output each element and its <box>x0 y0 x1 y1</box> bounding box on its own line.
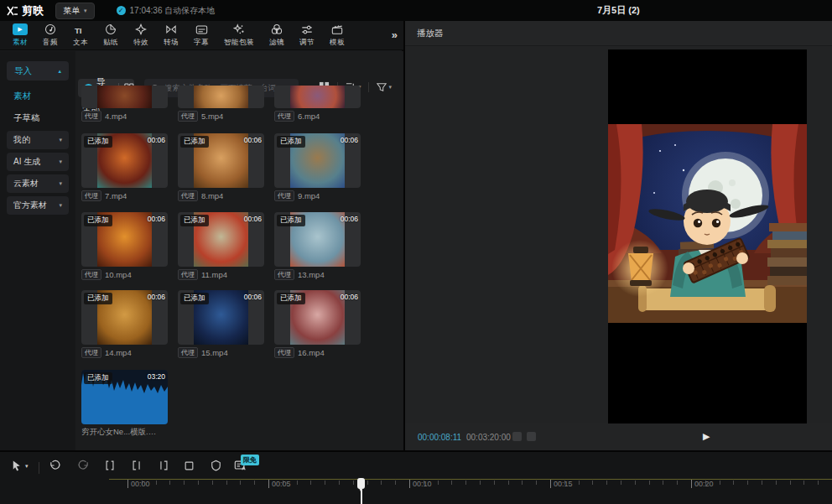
media-item[interactable]: 代理5.mp4 <box>178 86 264 122</box>
sidebar-group-AI 生成[interactable]: AI 生成▾ <box>7 153 69 171</box>
proxy-badge: 代理 <box>81 269 101 280</box>
undo-tool[interactable] <box>49 460 61 475</box>
file-name: 9.mp4 <box>298 191 320 200</box>
sidebar-item-素材[interactable]: 素材 <box>13 91 31 102</box>
sidebar-group-官方素材[interactable]: 官方素材▾ <box>7 196 69 215</box>
mask-tool[interactable] <box>211 460 221 475</box>
sliders-icon <box>301 23 313 36</box>
quality-icon[interactable] <box>512 432 522 441</box>
tab-滤镜[interactable]: 滤镜 <box>262 21 292 49</box>
duration-badge: 00:06 <box>148 293 165 301</box>
tab-文本[interactable]: TI文本 <box>65 21 96 49</box>
current-timecode: 00:00:08:11 <box>418 433 461 442</box>
media-item[interactable]: 已添加00:06代理9.mp4 <box>274 133 361 201</box>
ruler-major-tick <box>268 480 269 488</box>
tab-转场[interactable]: 转场 <box>156 21 186 49</box>
media-item[interactable]: 代理4.mp4 <box>81 86 168 122</box>
tab-贴纸[interactable]: 贴纸 <box>96 21 126 49</box>
tab-label: 字幕 <box>194 38 209 48</box>
media-item[interactable]: 已添加00:06代理7.mp4 <box>81 133 168 201</box>
split-right-tool[interactable] <box>158 460 169 475</box>
media-item[interactable]: 已添加00:06代理8.mp4 <box>178 133 264 201</box>
sidebar-item-子草稿[interactable]: 子草稿 <box>13 112 40 124</box>
ruler-major-tick <box>409 480 410 488</box>
filter-button[interactable]: ▾ <box>377 82 392 92</box>
video-thumbnail[interactable] <box>81 86 168 108</box>
play-button[interactable]: ▶ <box>703 431 710 442</box>
video-thumbnail[interactable]: 已添加00:06 <box>178 133 264 188</box>
video-thumbnail[interactable]: 已添加00:06 <box>274 133 361 188</box>
sparkle-icon <box>233 23 245 36</box>
tab-素材[interactable]: ▶素材 <box>5 21 35 49</box>
tab-特效[interactable]: 特效 <box>126 21 156 49</box>
select-tool[interactable] <box>10 460 23 475</box>
file-name: 4.mp4 <box>105 112 127 121</box>
video-thumbnail[interactable]: 已添加00:06 <box>178 290 264 345</box>
thumbnail-art <box>290 86 345 108</box>
media-item[interactable]: 已添加00:06代理14.mp4 <box>81 290 168 358</box>
video-thumbnail[interactable]: 已添加00:06 <box>81 290 168 345</box>
ribbon-expand-icon[interactable]: » <box>392 29 397 41</box>
file-name: 6.mp4 <box>298 112 320 121</box>
file-name: 14.mp4 <box>105 348 132 357</box>
ratio-icon[interactable] <box>527 432 536 441</box>
tab-label: 转场 <box>164 38 179 48</box>
video-preview[interactable] <box>608 49 807 423</box>
proxy-badge: 代理 <box>81 347 101 358</box>
video-thumbnail[interactable]: 已添加00:06 <box>81 133 168 188</box>
free-badge: 限免 <box>241 455 259 465</box>
video-thumbnail[interactable] <box>274 86 361 108</box>
media-item[interactable]: 已添加00:06代理15.mp4 <box>178 290 264 358</box>
ruler-label: 00:20 <box>694 480 714 488</box>
sidebar-item-import[interactable]: 导入 ▴ <box>7 61 69 81</box>
menu-button[interactable]: 菜单▾ <box>55 3 95 19</box>
ribbon-tabs: ▶素材音频TI文本贴纸特效转场字幕智能包装滤镜调节模板 <box>0 21 403 50</box>
duration-badge: 00:06 <box>244 215 262 223</box>
ruler-major-tick <box>691 480 692 488</box>
video-thumbnail[interactable]: 已添加00:06 <box>274 212 361 267</box>
media-item[interactable]: 已添加00:06代理13.mp4 <box>274 212 361 280</box>
media-item[interactable]: 已添加00:06代理10.mp4 <box>81 212 168 280</box>
file-name: 11.mp4 <box>201 270 227 279</box>
timeline-ruler[interactable]: 00:0000:0500:1000:1500:20 <box>0 478 832 504</box>
sidebar-group-云素材[interactable]: 云素材▾ <box>7 174 69 193</box>
media-item[interactable]: 已添加03:20穷开心女Ne...横版.wav <box>81 370 168 438</box>
video-thumbnail[interactable]: 已添加00:06 <box>81 212 168 267</box>
clapper-icon <box>331 23 343 36</box>
media-item[interactable]: 已添加00:06代理11.mp4 <box>178 212 264 280</box>
ruler-label: 00:00 <box>131 480 150 488</box>
file-name: 10.mp4 <box>105 270 132 279</box>
added-badge: 已添加 <box>180 215 209 226</box>
proxy-badge: 代理 <box>274 269 294 280</box>
media-item[interactable]: 已添加00:06代理16.mp4 <box>274 290 361 358</box>
autosave-check-icon: ✓ <box>117 6 126 15</box>
video-thumbnail[interactable]: 已添加00:06 <box>178 212 264 267</box>
tab-智能包装[interactable]: 智能包装 <box>216 21 262 49</box>
duration-badge: 03:20 <box>148 372 165 381</box>
video-thumbnail[interactable]: 已添加00:06 <box>274 290 361 345</box>
scissors-logo-icon <box>7 6 18 16</box>
thumbnail-art <box>97 86 152 108</box>
crop-tool[interactable] <box>184 460 195 475</box>
video-thumbnail[interactable] <box>178 86 264 108</box>
sidebar-group-我的[interactable]: 我的▾ <box>7 131 69 149</box>
tab-音频[interactable]: 音频 <box>35 21 65 49</box>
redo-tool[interactable] <box>77 460 90 475</box>
split-left-tool[interactable] <box>131 460 143 475</box>
audio-thumbnail[interactable]: 已添加03:20 <box>81 370 168 424</box>
chevron-down-icon: ▾ <box>388 84 392 91</box>
file-name: 16.mp4 <box>298 348 325 357</box>
duration-badge: 00:06 <box>341 215 358 223</box>
ruler-label: 00:05 <box>272 480 291 488</box>
thumbnail-art <box>194 86 248 108</box>
file-name: 7.mp4 <box>105 191 127 200</box>
tab-模板[interactable]: 模板 <box>322 21 352 49</box>
media-item[interactable]: 代理6.mp4 <box>274 86 361 122</box>
split-tool[interactable] <box>104 460 116 475</box>
filter-icon <box>377 82 387 92</box>
chevron-down-icon: ▾ <box>84 8 87 14</box>
tab-调节[interactable]: 调节 <box>292 21 322 49</box>
chevron-down-icon[interactable]: ▾ <box>25 463 29 470</box>
titlebar: 剪映 菜单▾ ✓ 17:04:36 自动保存本地 7月5日 (2) <box>0 0 832 21</box>
tab-字幕[interactable]: 字幕 <box>186 21 216 49</box>
